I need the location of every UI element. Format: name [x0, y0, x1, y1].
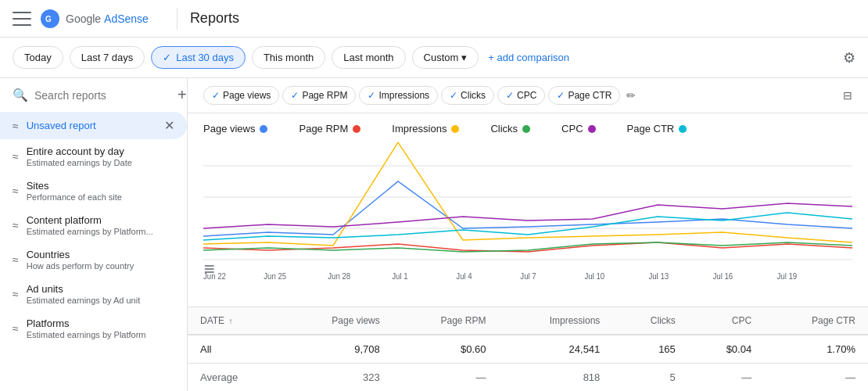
report-icon: ≈ — [13, 185, 19, 197]
check-icon: ✓ — [506, 90, 514, 101]
table-row: All 9,708 $0.60 24,541 165 $0.04 1.70% — [188, 335, 868, 364]
cf-pageviews[interactable]: ✓ Page views — [203, 86, 279, 105]
cell-pagerpm-avg: — — [393, 364, 499, 392]
cell-pagerpm-all: $0.60 — [393, 335, 499, 364]
report-icon: ≈ — [13, 322, 19, 335]
cell-clicks-avg: 5 — [612, 364, 688, 392]
svg-text:Jul 19: Jul 19 — [777, 272, 797, 281]
filter-custom[interactable]: Custom ▾ — [412, 46, 479, 69]
page-title: Reports — [190, 10, 239, 27]
col-pagerpm[interactable]: Page RPM — [393, 307, 499, 335]
main-content: ✓ Page views ✓ Page RPM ✓ Impressions ✓ … — [188, 78, 868, 391]
cell-cpc-all: $0.04 — [688, 335, 764, 364]
check-icon: ✓ — [163, 52, 171, 63]
sidebar-item-adunits[interactable]: ≈ Ad units Estimated earnings by Ad unit… — [0, 277, 187, 311]
legend-dot-clicks — [522, 125, 530, 133]
add-report-btn[interactable]: + — [178, 86, 187, 104]
col-pageviews[interactable]: Page views — [282, 307, 393, 335]
col-date[interactable]: DATE ↑ — [188, 307, 282, 335]
report-icon: ≈ — [13, 150, 19, 163]
cell-impressions-all: 24,541 — [499, 335, 613, 364]
filter-thismonth[interactable]: This month — [252, 46, 325, 69]
cf-impressions[interactable]: ✓ Impressions — [359, 86, 438, 105]
col-pagectr[interactable]: Page CTR — [764, 307, 868, 335]
legend-dot-pageviews — [260, 125, 267, 133]
filter-lastmonth[interactable]: Last month — [332, 46, 405, 69]
sidebar: 🔍 + ≈ Unsaved report ✕ ≈ Entire account … — [0, 78, 188, 391]
legend-dot-pagectr — [679, 125, 687, 133]
filter-last7[interactable]: Last 7 days — [70, 46, 145, 69]
chart-legend: Page views Page RPM Impressions Clicks C… — [188, 113, 868, 135]
settings-icon[interactable]: ⚙ — [843, 49, 855, 66]
filter-bar: Today Last 7 days ✓ Last 30 days This mo… — [0, 38, 868, 78]
search-input[interactable] — [34, 89, 171, 102]
svg-text:Jun 22: Jun 22 — [203, 272, 226, 281]
line-chart: Jun 22 Jun 25 Jun 28 Jul 1 Jul 4 Jul 7 J… — [203, 135, 852, 291]
svg-text:Jul 4: Jul 4 — [456, 272, 472, 281]
col-cpc[interactable]: CPC — [688, 307, 764, 335]
col-impressions[interactable]: Impressions — [499, 307, 613, 335]
cf-pagerpm[interactable]: ✓ Page RPM — [282, 86, 356, 105]
check-icon: ✓ — [557, 90, 565, 101]
chart-filter-bar: ✓ Page views ✓ Page RPM ✓ Impressions ✓ … — [188, 78, 868, 113]
svg-text:Jun 25: Jun 25 — [264, 272, 286, 281]
cell-impressions-avg: 818 — [499, 364, 613, 392]
cf-pagectr[interactable]: ✓ Page CTR — [548, 86, 620, 105]
filter-today[interactable]: Today — [13, 46, 63, 69]
legend-dot-impressions — [451, 125, 459, 133]
cell-pagectr-all: 1.70% — [764, 335, 868, 364]
report-icon: ≈ — [13, 253, 19, 266]
svg-text:Jul 10: Jul 10 — [584, 272, 604, 281]
sidebar-item-entire[interactable]: ≈ Entire account by day Estimated earnin… — [0, 139, 187, 174]
cf-clicks[interactable]: ✓ Clicks — [441, 86, 494, 105]
logo: G Google AdSense — [41, 9, 149, 28]
svg-text:G: G — [45, 15, 52, 23]
svg-text:Jul 1: Jul 1 — [392, 272, 407, 281]
report-icon: ≈ — [13, 219, 19, 231]
filter-last30[interactable]: ✓ Last 30 days — [151, 46, 246, 69]
legend-dot-cpc — [588, 125, 596, 133]
check-icon: ✓ — [368, 90, 375, 101]
sidebar-item-countries[interactable]: ≈ Countries How ads perform by country ⋮ — [0, 242, 187, 277]
check-icon: ✓ — [212, 90, 220, 101]
cell-pageviews-avg: 323 — [282, 364, 393, 392]
sidebar-item-platforms[interactable]: ≈ Platforms Estimated earnings by Platfo… — [0, 311, 187, 346]
svg-text:Jul 16: Jul 16 — [712, 272, 733, 281]
chart-filter-icon[interactable]: ⊟ — [843, 89, 852, 102]
google-adsense-logo: G — [41, 9, 59, 28]
edit-metrics-icon[interactable]: ✏ — [626, 89, 636, 102]
cf-cpc[interactable]: ✓ CPC — [497, 86, 545, 105]
add-comparison-btn[interactable]: + add comparison — [488, 52, 569, 63]
menu-icon[interactable] — [13, 9, 31, 28]
data-table: DATE ↑ Page views Page RPM Impressions C… — [188, 307, 868, 391]
dropdown-arrow-icon: ▾ — [461, 52, 467, 63]
col-clicks[interactable]: Clicks — [612, 307, 688, 335]
legend-clicks: Clicks — [490, 123, 530, 135]
legend-cpc: CPC — [561, 123, 595, 135]
cell-clicks-all: 165 — [612, 335, 688, 364]
report-icon: ≈ — [13, 120, 19, 132]
cell-date-all: All — [188, 335, 282, 364]
check-icon: ✓ — [450, 90, 457, 101]
check-icon: ✓ — [291, 90, 299, 101]
legend-pagerpm: Page RPM — [299, 123, 360, 135]
svg-text:Jul 7: Jul 7 — [520, 272, 536, 281]
sidebar-item-sites[interactable]: ≈ Sites Performance of each site ⋮ — [0, 174, 187, 208]
legend-dot-pagerpm — [353, 125, 360, 133]
legend-pagectr: Page CTR — [627, 123, 687, 135]
cell-date-avg: Average — [188, 364, 282, 392]
sidebar-search-container: 🔍 + — [0, 78, 187, 112]
close-icon[interactable]: ✕ — [164, 118, 174, 133]
logo-text: Google AdSense — [66, 13, 149, 25]
sidebar-item-unsaved[interactable]: ≈ Unsaved report ✕ — [0, 112, 187, 139]
svg-text:Jun 28: Jun 28 — [328, 272, 350, 281]
legend-impressions: Impressions — [392, 123, 459, 135]
cell-pageviews-all: 9,708 — [282, 335, 393, 364]
sidebar-item-content[interactable]: ≈ Content platform Estimated earnings by… — [0, 208, 187, 242]
svg-text:Jul 13: Jul 13 — [648, 272, 669, 281]
sort-arrow-icon: ↑ — [228, 317, 232, 325]
cell-cpc-avg: — — [688, 364, 764, 392]
nav-divider — [177, 8, 178, 30]
table-row: Average 323 — 818 5 — — — [188, 364, 868, 392]
search-icon: 🔍 — [13, 88, 28, 102]
